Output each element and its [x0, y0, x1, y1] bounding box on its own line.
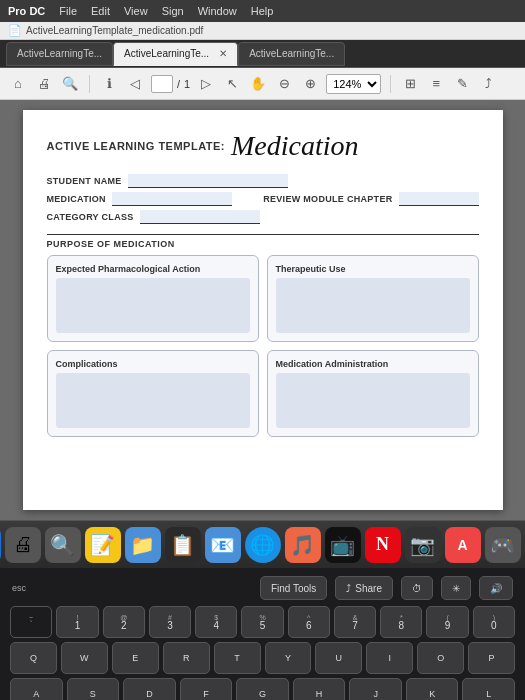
- pdf-area: ACTIVE LEARNING TEMPLATE: Medication STU…: [0, 100, 525, 520]
- zoom-icon[interactable]: 🔍: [60, 74, 80, 94]
- key-8[interactable]: *8: [380, 606, 422, 638]
- dock-icon-search[interactable]: 🔍: [45, 527, 81, 563]
- key-u[interactable]: U: [315, 642, 362, 674]
- key-r[interactable]: R: [163, 642, 210, 674]
- prev-page-icon[interactable]: ◁: [125, 74, 145, 94]
- pdf-icon: 📄: [8, 24, 22, 37]
- key-row-numbers: ~` !1 @2 #3 $4 %5 ^6 &7 *8 (9 )0: [10, 606, 515, 638]
- volume-button[interactable]: 🔊: [479, 576, 513, 600]
- find-tools-label: Find Tools: [271, 583, 316, 594]
- key-f[interactable]: F: [180, 678, 233, 700]
- zoom-out-icon[interactable]: ⊖: [274, 74, 294, 94]
- tab-1[interactable]: ActiveLearningTe... ✕: [113, 42, 238, 66]
- zoom-select[interactable]: 124% 100% 75% 150%: [326, 74, 381, 94]
- dock-icon-finder[interactable]: 🔵: [0, 527, 1, 563]
- esc-top-btn[interactable]: esc: [12, 583, 26, 593]
- dock-icon-print[interactable]: 🖨: [5, 527, 41, 563]
- tab-0[interactable]: ActiveLearningTe...: [6, 42, 113, 66]
- menu-help[interactable]: Help: [251, 5, 274, 17]
- print-icon[interactable]: 🖨: [34, 74, 54, 94]
- dock-icon-folder[interactable]: 📁: [125, 527, 161, 563]
- page-current-input[interactable]: 1: [151, 75, 173, 93]
- menu-sign[interactable]: Sign: [162, 5, 184, 17]
- key-g[interactable]: G: [236, 678, 289, 700]
- key-row-qwerty: Q W E R T Y U I O P: [10, 642, 515, 674]
- fit-icon[interactable]: ⊞: [400, 74, 420, 94]
- toolbar: ⌂ 🖨 🔍 ℹ ◁ 1 / 1 ▷ ↖ ✋ ⊖ ⊕ 124% 100% 75% …: [0, 68, 525, 100]
- dock-icon-tv[interactable]: 📺: [325, 527, 361, 563]
- menu-view[interactable]: View: [124, 5, 148, 17]
- tab-1-close[interactable]: ✕: [219, 48, 227, 59]
- brightness-button[interactable]: ✳: [441, 576, 471, 600]
- dock-icon-acrobat[interactable]: A: [445, 527, 481, 563]
- dock-icon-safari[interactable]: 🌐: [245, 527, 281, 563]
- key-6[interactable]: ^6: [288, 606, 330, 638]
- tab-bar: ActiveLearningTe... ActiveLearningTe... …: [0, 40, 525, 68]
- key-i[interactable]: I: [366, 642, 413, 674]
- share-icon[interactable]: ⤴: [478, 74, 498, 94]
- key-7[interactable]: &7: [334, 606, 376, 638]
- key-5[interactable]: %5: [241, 606, 283, 638]
- key-3[interactable]: #3: [149, 606, 191, 638]
- annotate-icon[interactable]: ✎: [452, 74, 472, 94]
- dock-icon-files[interactable]: 📋: [165, 527, 201, 563]
- menu-file[interactable]: File: [59, 5, 77, 17]
- key-p[interactable]: P: [468, 642, 515, 674]
- cursor-icon[interactable]: ↖: [222, 74, 242, 94]
- student-name-input[interactable]: [128, 174, 288, 188]
- key-y[interactable]: Y: [265, 642, 312, 674]
- dock-icon-game[interactable]: 🎮: [485, 527, 521, 563]
- key-2[interactable]: @2: [103, 606, 145, 638]
- key-w[interactable]: W: [61, 642, 108, 674]
- share-button[interactable]: ⤴ Share: [335, 576, 393, 600]
- key-e[interactable]: E: [112, 642, 159, 674]
- category-class-input[interactable]: [140, 210, 260, 224]
- key-j[interactable]: J: [349, 678, 402, 700]
- key-t[interactable]: T: [214, 642, 261, 674]
- scroll-icon[interactable]: ≡: [426, 74, 446, 94]
- card-therapeutic-fill: [276, 278, 470, 333]
- dock-icon-music[interactable]: 🎵: [285, 527, 321, 563]
- medication-input[interactable]: [112, 192, 232, 206]
- card-administration: Medication Administration: [267, 350, 479, 437]
- key-q[interactable]: Q: [10, 642, 57, 674]
- key-0[interactable]: )0: [473, 606, 515, 638]
- key-h[interactable]: H: [293, 678, 346, 700]
- hand-icon[interactable]: ✋: [248, 74, 268, 94]
- dock-icon-mail[interactable]: 📧: [205, 527, 241, 563]
- form-row-category: CATEGORY CLASS: [47, 210, 479, 224]
- key-9[interactable]: (9: [426, 606, 468, 638]
- find-tools-button[interactable]: Find Tools: [260, 576, 327, 600]
- key-o[interactable]: O: [417, 642, 464, 674]
- dock-icon-n[interactable]: N: [365, 527, 401, 563]
- home-icon[interactable]: ⌂: [8, 74, 28, 94]
- card-administration-title: Medication Administration: [276, 359, 470, 369]
- next-page-icon[interactable]: ▷: [196, 74, 216, 94]
- menu-edit[interactable]: Edit: [91, 5, 110, 17]
- card-pharmacological-fill: [56, 278, 250, 333]
- key-l[interactable]: L: [462, 678, 515, 700]
- dock-icon-notes[interactable]: 📝: [85, 527, 121, 563]
- review-module-input[interactable]: [399, 192, 479, 206]
- key-d[interactable]: D: [123, 678, 176, 700]
- zoom-in-icon[interactable]: ⊕: [300, 74, 320, 94]
- key-s[interactable]: S: [67, 678, 120, 700]
- page-indicator: 1 / 1: [151, 75, 190, 93]
- clock-button[interactable]: ⏱: [401, 576, 433, 600]
- menu-window[interactable]: Window: [198, 5, 237, 17]
- info-icon[interactable]: ℹ: [99, 74, 119, 94]
- page-header: ACTIVE LEARNING TEMPLATE: Medication: [47, 130, 479, 162]
- form-row-medication: MEDICATION REVIEW MODULE CHAPTER: [47, 192, 479, 206]
- pdf-page: ACTIVE LEARNING TEMPLATE: Medication STU…: [23, 110, 503, 510]
- keyboard: ~` !1 @2 #3 $4 %5 ^6 &7 *8 (9 )0 Q W E R…: [6, 606, 519, 700]
- template-label: ACTIVE LEARNING TEMPLATE:: [47, 140, 226, 152]
- key-4[interactable]: $4: [195, 606, 237, 638]
- tab-2[interactable]: ActiveLearningTe...: [238, 42, 345, 66]
- dock-icon-photo[interactable]: 📷: [405, 527, 441, 563]
- key-backtick[interactable]: ~`: [10, 606, 52, 638]
- key-k[interactable]: K: [406, 678, 459, 700]
- key-1[interactable]: !1: [56, 606, 98, 638]
- card-complications-title: Complications: [56, 359, 250, 369]
- file-path-name: ActiveLearningTemplate_medication.pdf: [26, 25, 203, 36]
- key-a[interactable]: A: [10, 678, 63, 700]
